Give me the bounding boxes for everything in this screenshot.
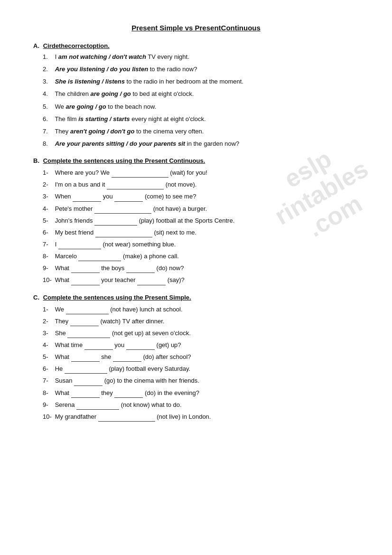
section-b-header: Complete the sentences using the Present…: [43, 157, 205, 164]
list-item: 2- They (watch) TV after dinner.: [43, 317, 359, 326]
list-item: 2. Are you listening / do you listen to …: [43, 65, 359, 74]
list-item: 4. The children are going / go to bed at…: [43, 89, 359, 99]
list-item: 1- We (not have) lunch at school.: [43, 305, 359, 314]
list-item: 6. The film is starting / starts every n…: [43, 114, 359, 124]
section-a: A. Cirdethecorrectoption. 1. I am not wa…: [33, 42, 359, 149]
list-item: 1- Where are you? We (wait) for you!: [43, 168, 359, 178]
list-item: 10- What your teacher (say)?: [43, 275, 359, 285]
list-item: 9- What the boys (do) now?: [43, 263, 359, 273]
list-item: 4- Pete's mother (not have) a burger.: [43, 204, 359, 214]
section-c: C. Complete the sentences using the Pres…: [33, 294, 359, 422]
section-b-list: 1- Where are you? We (wait) for you! 2- …: [33, 168, 359, 285]
list-item: 5- What she (do) after school?: [43, 352, 359, 362]
section-c-list: 1- We (not have) lunch at school. 2- The…: [33, 305, 359, 422]
list-item: 3- She (not get up) at seven o'clock.: [43, 329, 359, 338]
list-item: 5- John's friends (play) football at the…: [43, 216, 359, 226]
list-item: 8. Are your parents sitting / do your pa…: [43, 139, 359, 149]
section-a-header: Cirdethecorrectoption.: [43, 42, 110, 49]
list-item: 7- Susan (go) to the cinema with her fri…: [43, 376, 359, 386]
list-item: 3- When you (come) to see me?: [43, 192, 359, 201]
list-item: 7- I (not wear) something blue.: [43, 240, 359, 249]
list-item: 10- My grandfather (not live) in London.: [43, 412, 359, 422]
list-item: 6- My best friend (sit) next to me.: [43, 228, 359, 237]
section-a-label: A.: [33, 42, 39, 49]
section-b-label: B.: [33, 157, 39, 164]
section-a-list: 1. I am not watching / don't watch TV ev…: [33, 52, 359, 149]
list-item: 8- Marcelo (make) a phone call.: [43, 252, 359, 261]
section-c-label: C.: [33, 294, 39, 301]
list-item: 5. We are going / go to the beach now.: [43, 102, 359, 112]
list-item: 6- He (play) football every Saturday.: [43, 364, 359, 374]
list-item: 7. They aren't going / don't go to the c…: [43, 127, 359, 136]
list-item: 1. I am not watching / don't watch TV ev…: [43, 52, 359, 62]
section-c-header: Complete the sentences using the Present…: [43, 294, 191, 301]
list-item: 4- What time you (get) up?: [43, 340, 359, 350]
page-title: Present Simple vs PresentContinuous: [33, 24, 359, 32]
list-item: 3. She is listening / listens to the rad…: [43, 77, 359, 86]
list-item: 9- Serena (not know) what to do.: [43, 400, 359, 410]
list-item: 8- What they (do) in the evening?: [43, 388, 359, 398]
list-item: 2- I'm on a bus and it (not move).: [43, 180, 359, 189]
section-b: B. Complete the sentences using the Pres…: [33, 157, 359, 285]
